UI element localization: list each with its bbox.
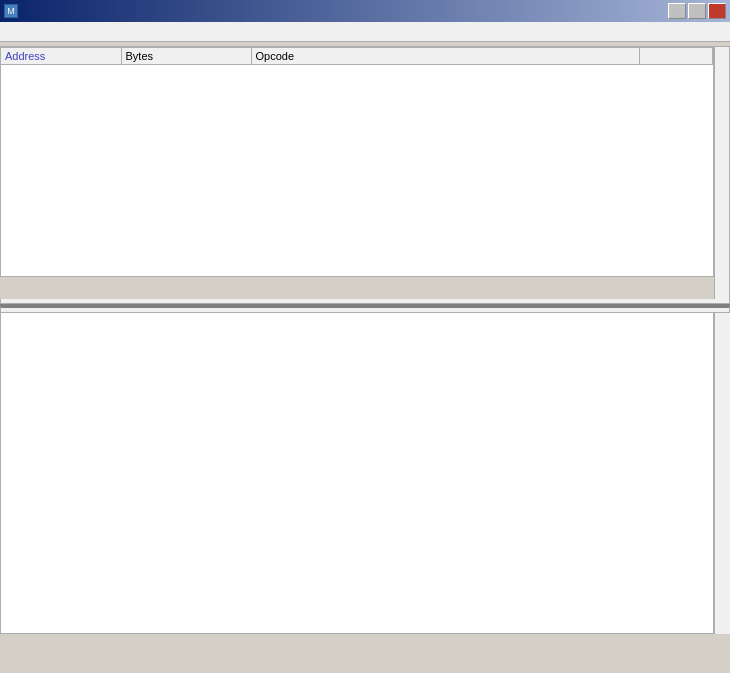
menu-search[interactable] [20,22,36,41]
title-bar: M [0,0,730,22]
hex-scrollbar[interactable] [714,313,730,634]
header-operands [639,48,712,64]
hex-info-bar [0,306,730,313]
minimize-button[interactable] [668,3,686,19]
close-button[interactable] [708,3,726,19]
menu-debug[interactable] [52,22,68,41]
lower-section [0,304,730,634]
disasm-header: Address Bytes Opcode [1,48,713,64]
header-bytes: Bytes [121,48,251,64]
menu-file[interactable] [4,22,20,41]
menu-tools[interactable] [68,22,84,41]
app-icon: M [4,4,18,18]
maximize-button[interactable] [688,3,706,19]
disasm-scrollbar[interactable] [714,47,730,299]
disasm-panel[interactable]: Address Bytes Opcode [0,47,714,277]
menu-bar [0,22,730,42]
title-bar-left: M [4,4,22,18]
hex-panel[interactable] [0,313,714,634]
header-opcode: Opcode [251,48,639,64]
hex-header-row [1,313,713,328]
menu-kernel-tools[interactable] [84,22,100,41]
menu-view[interactable] [36,22,52,41]
header-address: Address [1,48,121,64]
title-bar-buttons [668,3,726,19]
